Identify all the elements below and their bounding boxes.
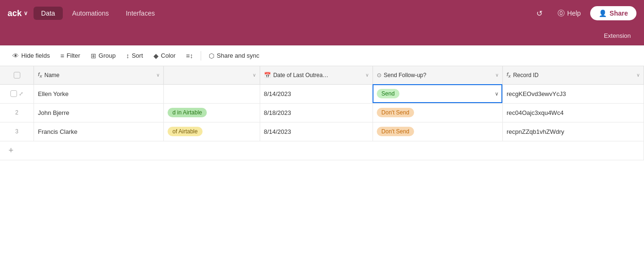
secondary-navbar: Extension: [0, 26, 644, 45]
followup-col-chevron: ∨: [495, 72, 499, 78]
row1-followup-badge: Send: [377, 89, 399, 98]
table-container: fx Name ∨ ∨ 📅 Date of Last Outrea…: [0, 66, 644, 160]
row2-status-cell[interactable]: d in Airtable: [164, 103, 260, 122]
row2-name-cell[interactable]: John Bjerre: [34, 103, 164, 122]
row2-record-cell[interactable]: rec04Oajc3xqu4Wc4: [502, 103, 644, 122]
col-header-check: [0, 66, 34, 84]
table-row: 3 Francis Clarke of Airtable 8/14/2023 D…: [0, 122, 644, 141]
row1-checkbox[interactable]: [10, 90, 17, 97]
row3-followup-badge: Don't Send: [377, 127, 414, 136]
row1-name-cell[interactable]: Ellen Yorke: [34, 84, 164, 103]
row1-check-cell: ⤢: [0, 84, 34, 103]
hide-fields-icon: 👁: [12, 52, 19, 60]
row3-record-cell[interactable]: recpnZZqb1vhZWdry: [502, 122, 644, 141]
row1-expand-icon[interactable]: ⤢: [19, 91, 23, 97]
row2-status-badge: d in Airtable: [168, 108, 207, 117]
share-button[interactable]: 👤 Share: [590, 6, 636, 20]
row3-name-cell[interactable]: Francis Clarke: [34, 122, 164, 141]
table-header-row: fx Name ∨ ∨ 📅 Date of Last Outrea…: [0, 66, 644, 84]
date-col-chevron: ∨: [365, 72, 369, 78]
col-header-status[interactable]: ∨: [164, 66, 260, 84]
share-sync-button[interactable]: ⬡ Share and sync: [204, 50, 264, 62]
row2-followup-cell[interactable]: Don't Send: [373, 103, 502, 122]
toolbar-divider: [201, 51, 201, 61]
header-checkbox[interactable]: [14, 72, 20, 79]
nav-right-actions: ↺ ⓪ Help 👤 Share: [531, 6, 636, 21]
add-row-cell[interactable]: +: [0, 141, 644, 160]
name-col-icon: fx: [38, 71, 42, 79]
row1-dropdown-chevron-icon: ∨: [495, 91, 499, 97]
sort-button[interactable]: ↕ Sort: [121, 50, 148, 62]
sort-icon: ↕: [126, 52, 129, 60]
toolbar: 👁 Hide fields ≡ Filter ⊞ Group ↕ Sort ◆ …: [0, 45, 644, 66]
nav-tab-data[interactable]: Data: [34, 7, 63, 20]
col-header-followup[interactable]: ⊙ Send Follow-up? ∨: [373, 66, 502, 84]
row1-followup-dropdown[interactable]: Send ∨: [377, 89, 499, 98]
filter-button[interactable]: ≡ Filter: [56, 50, 85, 62]
col-header-name[interactable]: fx Name ∨: [34, 66, 164, 84]
row1-record-cell[interactable]: recgKEOvd3ewvYcJ3: [502, 84, 644, 103]
name-col-chevron: ∨: [156, 72, 160, 78]
main-table: fx Name ∨ ∨ 📅 Date of Last Outrea…: [0, 66, 644, 160]
row3-followup-cell[interactable]: Don't Send: [373, 122, 502, 141]
row3-status-badge: of Airtable: [168, 127, 202, 136]
row1-status-cell[interactable]: [164, 84, 260, 103]
row3-num-cell: 3: [0, 122, 34, 141]
row1-followup-cell[interactable]: Send ∨: [373, 84, 502, 103]
help-icon: ⓪: [558, 9, 565, 18]
history-icon: ↺: [536, 9, 542, 18]
group-icon: ⊞: [91, 52, 96, 60]
color-button[interactable]: ◆ Color: [149, 50, 180, 62]
brand-chevron-icon: ∨: [24, 10, 28, 17]
group-button[interactable]: ⊞ Group: [86, 50, 120, 62]
nav-tab-automations[interactable]: Automations: [65, 7, 117, 20]
followup-col-icon: ⊙: [377, 72, 381, 79]
record-col-chevron: ∨: [636, 72, 640, 78]
row3-date-cell[interactable]: 8/14/2023: [260, 122, 373, 141]
col-header-date[interactable]: 📅 Date of Last Outrea… ∨: [260, 66, 373, 84]
brand-logo[interactable]: ack ∨: [8, 9, 28, 18]
top-navbar: ack ∨ Data Automations Interfaces ↺ ⓪ He…: [0, 0, 644, 26]
date-col-icon: 📅: [264, 72, 271, 79]
filter-icon: ≡: [60, 52, 64, 60]
fields-density-button[interactable]: ≡↕: [181, 50, 198, 62]
fields-density-icon: ≡↕: [186, 52, 193, 60]
history-button[interactable]: ↺: [531, 6, 548, 21]
record-col-icon: fx: [507, 71, 511, 79]
row2-num-cell: 2: [0, 103, 34, 122]
row2-date-cell[interactable]: 8/18/2023: [260, 103, 373, 122]
share-icon: 👤: [599, 9, 607, 17]
add-row[interactable]: +: [0, 141, 644, 160]
hide-fields-button[interactable]: 👁 Hide fields: [8, 50, 55, 62]
row2-followup-badge: Don't Send: [377, 108, 414, 117]
table-row: ⤢ Ellen Yorke 8/14/2023 Send ∨: [0, 84, 644, 103]
nav-tab-interfaces[interactable]: Interfaces: [118, 7, 162, 20]
col-header-record[interactable]: fx Record ID ∨: [502, 66, 644, 84]
table-row: 2 John Bjerre d in Airtable 8/18/2023 Do…: [0, 103, 644, 122]
row1-date-cell[interactable]: 8/14/2023: [260, 84, 373, 103]
brand-name: ack: [8, 9, 22, 18]
extensions-button[interactable]: Extension: [598, 30, 636, 41]
row3-status-cell[interactable]: of Airtable: [164, 122, 260, 141]
status-col-chevron: ∨: [253, 72, 256, 78]
help-button[interactable]: ⓪ Help: [552, 6, 586, 21]
share-sync-icon: ⬡: [209, 52, 214, 60]
color-icon: ◆: [153, 52, 159, 60]
